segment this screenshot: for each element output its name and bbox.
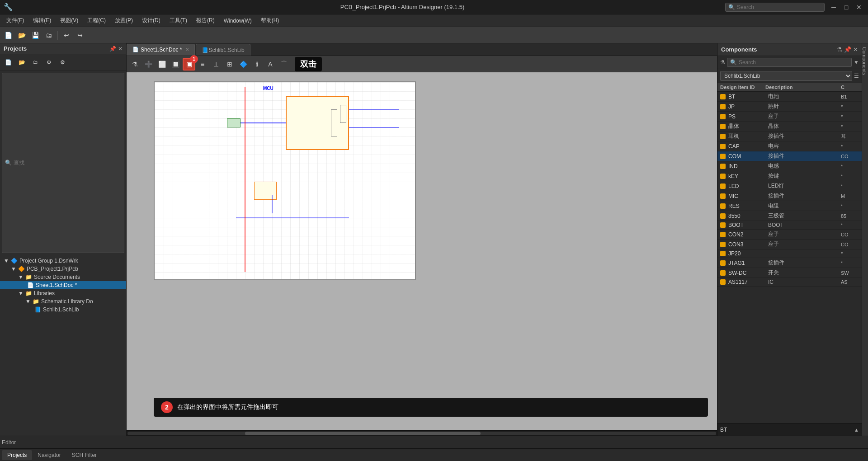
comp-dot (720, 154, 726, 159)
lines-btn[interactable]: ≡ (196, 58, 209, 71)
comp-row[interactable]: SW-DC 开关 SW (717, 268, 862, 278)
lib-select[interactable]: Schlib1.SchLib (720, 71, 852, 81)
comp-row[interactable]: LED LED灯 * (717, 181, 862, 191)
comp-c: 85 (841, 213, 859, 219)
arc-btn[interactable]: ⌒ (278, 58, 290, 71)
comp-row[interactable]: JP20 * (717, 249, 862, 258)
dropdown-icon[interactable]: ▼ (854, 59, 859, 66)
schlib1-item[interactable]: 📘 Schlib1.SchLib (0, 306, 126, 314)
open-project-btn[interactable]: 📂 (15, 56, 28, 69)
close-button[interactable]: ✕ (854, 2, 864, 13)
comp-row[interactable]: JTAG1 接插件 * (717, 258, 862, 268)
h-scrollbar-track[interactable] (127, 432, 716, 435)
comp-row[interactable]: JP 跳针 * (717, 102, 862, 112)
bottom-tab-navigator[interactable]: Navigator (32, 450, 66, 460)
bottom-tab-sch-filter[interactable]: SCH Filter (66, 450, 102, 460)
grid-btn[interactable]: ⊞ (223, 58, 236, 71)
filter-btn[interactable]: ⚗ (128, 58, 141, 71)
menubar-item[interactable]: 报告(R) (192, 16, 219, 25)
new-button[interactable]: 📄 (2, 29, 14, 42)
bottom-tab-projects[interactable]: Projects (2, 450, 32, 460)
filter-icon[interactable]: ⚗ (837, 46, 842, 53)
comp-id: SW-DC (728, 270, 768, 276)
comp-row[interactable]: CON3 座子 CO (717, 240, 862, 249)
expand-icon-2: ▼ (11, 266, 16, 272)
comp3 (331, 109, 337, 136)
project-search-input[interactable] (14, 160, 121, 166)
info-btn[interactable]: ℹ (250, 58, 263, 71)
text-btn[interactable]: A (264, 58, 277, 71)
comp-row[interactable]: COM 接插件 CO (717, 151, 862, 161)
comp-row[interactable]: AS1117 IC AS (717, 278, 862, 287)
comp-row[interactable]: 晶体 晶体 * (717, 122, 862, 132)
h-scrollbar[interactable] (127, 430, 717, 436)
menubar-item[interactable]: 设计(D) (137, 16, 165, 25)
comp-btn[interactable]: 🔷 (237, 58, 250, 71)
toggle-btn[interactable]: ▣ 1 (183, 58, 195, 71)
comp-desc: 开关 (768, 269, 841, 277)
comp-row[interactable]: BT 电池 B1 (717, 92, 862, 102)
comp-dot (720, 164, 726, 169)
close-panel-icon[interactable]: ✕ (118, 46, 123, 52)
pin-icon-right[interactable]: 📌 (844, 46, 851, 53)
comp-row[interactable]: CAP 电容 * (717, 141, 862, 151)
pin-icon[interactable]: 📌 (109, 46, 116, 52)
close-panel-icon-right[interactable]: ✕ (853, 46, 858, 53)
menubar-item[interactable]: 工具(T) (165, 16, 192, 25)
comp-row[interactable]: 8550 三极管 85 (717, 211, 862, 221)
more-btn[interactable]: ⚙ (56, 56, 69, 69)
comp-row[interactable]: MIC 接插件 M (717, 191, 862, 201)
canvas-area[interactable]: MCU (127, 72, 717, 430)
new-project-btn[interactable]: 📄 (2, 56, 14, 69)
project-group-item[interactable]: ▼ 🔷 Project Group 1.DsnWrk (0, 257, 126, 265)
project-settings-btn[interactable]: ⚙ (42, 56, 55, 69)
right-side-strip-panel[interactable]: Components (862, 43, 868, 436)
comp-row[interactable]: BOOT BOOT * (717, 221, 862, 230)
open-button[interactable]: 📂 (15, 29, 28, 42)
minimize-button[interactable]: ─ (828, 2, 839, 13)
search-box[interactable]: 🔍 (725, 3, 825, 12)
comp-row[interactable]: RES 电阻 * (717, 201, 862, 211)
sheet1-item[interactable]: 📄 Sheet1.SchDoc * (0, 281, 126, 289)
tab-sheet1[interactable]: 📄 Sheet1.SchDoc * ✕ (127, 44, 195, 56)
add-btn[interactable]: ➕ (142, 58, 155, 71)
menubar-item[interactable]: 文件(F) (2, 16, 28, 25)
main-toolbar: 📄 📂 💾 🗂 ↩ ↪ (0, 27, 868, 43)
comp-row[interactable]: CON2 座子 CO (717, 230, 862, 240)
redo-button[interactable]: ↪ (74, 29, 86, 42)
pcb-project-item[interactable]: ▼ 🔶 PCB_Project1.PrjPcb (0, 265, 126, 273)
h-scrollbar-thumb[interactable] (245, 432, 481, 435)
comp-row[interactable]: kEY 按键 * (717, 171, 862, 181)
comp-c: * (841, 114, 859, 119)
source-docs-item[interactable]: ▼ 📁 Source Documents (0, 273, 126, 281)
menubar-item[interactable]: 视图(V) (56, 16, 83, 25)
lib-menu-icon[interactable]: ☰ (854, 73, 859, 79)
comp-row[interactable]: IND 电感 * (717, 161, 862, 171)
close-project-btn[interactable]: 🗂 (29, 56, 42, 69)
search-input[interactable] (737, 4, 814, 10)
save-all-button[interactable]: 🗂 (42, 29, 55, 42)
menubar-item[interactable]: Window(W) (219, 17, 256, 25)
menubar-item[interactable]: 帮助(H) (256, 16, 284, 25)
tab-sheet1-close[interactable]: ✕ (185, 47, 189, 52)
menubar-item[interactable]: 工程(C) (83, 16, 110, 25)
schlib-folder-item[interactable]: ▼ 📁 Schematic Library Do (0, 297, 126, 306)
libraries-item[interactable]: ▼ 📁 Libraries (0, 289, 126, 297)
special-btn[interactable]: 🔲 (169, 58, 182, 71)
comp4 (340, 105, 346, 123)
menubar-item[interactable]: 放置(P) (110, 16, 137, 25)
rect-select-btn[interactable]: ⬜ (156, 58, 168, 71)
tab-schlib1[interactable]: 📘 Schlib1.SchLib (196, 44, 250, 56)
expand-btn[interactable]: ▲ (854, 427, 859, 433)
comp-row[interactable]: 耳机 接插件 耳 (717, 132, 862, 141)
undo-button[interactable]: ↩ (60, 29, 73, 42)
comp-desc: 座子 (768, 113, 841, 120)
filter-btn-right[interactable]: ⚗ (720, 59, 725, 66)
comp-row[interactable]: PS 座子 * (717, 112, 862, 122)
power-btn[interactable]: ⊥ (210, 58, 222, 71)
components-search-input[interactable] (739, 59, 849, 66)
save-button[interactable]: 💾 (29, 29, 42, 42)
maximize-button[interactable]: □ (841, 2, 852, 13)
menubar-item[interactable]: 编辑(E) (28, 16, 56, 25)
comp-c: * (841, 174, 859, 179)
